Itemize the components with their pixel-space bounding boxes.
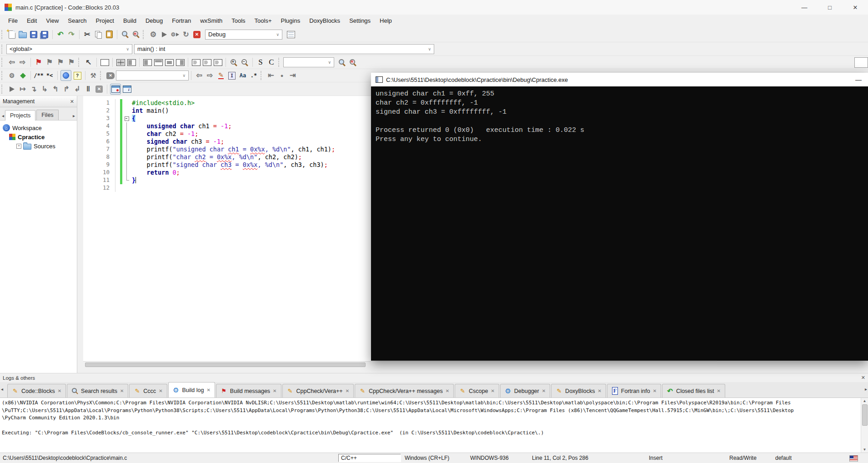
show-log-window-button[interactable] xyxy=(286,30,296,40)
line-number[interactable]: 4 xyxy=(83,122,115,130)
search-term-select[interactable]: ∨ xyxy=(283,57,334,67)
menu-help[interactable]: Help xyxy=(375,16,396,25)
copy-button[interactable] xyxy=(93,30,103,40)
align-left-button[interactable] xyxy=(142,57,152,67)
build-log-content[interactable]: (x86)\NVIDIA Corporation\PhysX\Common;C:… xyxy=(0,398,868,453)
tab-close-icon[interactable]: ✕ xyxy=(491,388,494,393)
scroll-up-icon[interactable]: ▲ xyxy=(861,399,868,403)
shrink-button[interactable] xyxy=(213,57,223,67)
tree-item-sources[interactable]: + Sources xyxy=(16,141,77,151)
tab-close-icon[interactable]: ✕ xyxy=(159,388,162,393)
logs-tab-build-log[interactable]: Build log✕ xyxy=(168,382,215,398)
search-next-button[interactable]: ⇨ xyxy=(205,70,215,81)
step-out-button[interactable]: ↰ xyxy=(50,84,60,94)
line-number[interactable]: 1 xyxy=(83,99,115,107)
menu-fortran[interactable]: Fortran xyxy=(167,16,196,25)
line-number[interactable]: 8 xyxy=(83,153,115,161)
clear-bookmarks-button[interactable]: ⚑ xyxy=(66,57,76,67)
pointer-tool-button[interactable]: ↖ xyxy=(84,57,94,67)
expand-both-button[interactable] xyxy=(202,57,212,67)
menu-project[interactable]: Project xyxy=(91,16,119,25)
toolbar-overflow-field[interactable] xyxy=(854,57,868,68)
doxy-config-button[interactable]: ⚒ xyxy=(88,70,98,81)
menu-tools[interactable]: Tools xyxy=(227,16,250,25)
run-chm-button[interactable]: ? xyxy=(72,70,82,81)
tab-scroll-left-icon[interactable]: ◂ xyxy=(1,111,5,120)
goto-last-button[interactable]: ⇥ xyxy=(288,70,298,81)
step-into-instruction-button[interactable]: ↲ xyxy=(72,84,82,94)
tab-scroll-left-icon[interactable]: ◂ xyxy=(1,387,3,392)
logs-tab-cscope[interactable]: Cscope✕ xyxy=(455,384,499,398)
incremental-search-select[interactable]: ∨ xyxy=(116,70,189,81)
menu-settings[interactable]: Settings xyxy=(345,16,375,25)
align-right-button[interactable] xyxy=(175,57,185,67)
logs-vertical-scrollbar[interactable]: ▲ ▼ xyxy=(861,398,868,453)
debugging-windows-button[interactable] xyxy=(110,84,121,95)
logs-tab-cppcheck-vera-messages[interactable]: CppCheck/Vera++ messages✕ xyxy=(355,384,454,398)
doxy-export-button[interactable] xyxy=(18,70,28,81)
panel-tool-button[interactable] xyxy=(100,57,110,67)
logs-tab-search-results[interactable]: Search results✕ xyxy=(67,384,128,398)
zoom-out-button[interactable] xyxy=(240,57,250,67)
align-top-button[interactable] xyxy=(153,57,163,67)
menu-debug[interactable]: Debug xyxy=(141,16,167,25)
logs-tab-doxyblocks[interactable]: DoxyBlocks✕ xyxy=(551,384,606,398)
tab-close-icon[interactable]: ✕ xyxy=(446,388,449,393)
search-in-files-button[interactable] xyxy=(337,57,347,67)
menu-build[interactable]: Build xyxy=(119,16,141,25)
menu-tools[interactable]: Tools+ xyxy=(250,16,276,25)
close-button[interactable]: ✕ xyxy=(843,0,868,15)
tab-close-icon[interactable]: ✕ xyxy=(206,388,210,393)
show-containers-button[interactable]: C xyxy=(266,57,276,67)
tree-item-workspace[interactable]: ⌂ Workspace xyxy=(3,123,77,132)
toggle-bookmark-button[interactable]: ⚑ xyxy=(34,57,44,67)
line-number[interactable]: 9 xyxy=(83,161,115,169)
line-number[interactable]: 12 xyxy=(83,184,115,192)
tab-files[interactable]: Files xyxy=(36,110,58,120)
line-comment-button[interactable]: *< xyxy=(45,70,55,81)
debug-pause-button[interactable]: ‖ xyxy=(83,84,93,94)
rebuild-button[interactable]: ↻ xyxy=(181,30,191,40)
scrollbar-thumb[interactable] xyxy=(862,404,868,426)
run-to-cursor-button[interactable]: ↦ xyxy=(18,84,28,94)
build-target-select[interactable]: Debug ∨ xyxy=(205,30,282,40)
nav-forward-button[interactable]: ⇨ xyxy=(18,57,28,67)
block-comment-button[interactable]: /** xyxy=(34,70,44,81)
search-prev-button[interactable]: ⇦ xyxy=(194,70,204,81)
step-into-button[interactable]: ↳ xyxy=(40,84,50,94)
open-file-button[interactable] xyxy=(18,30,28,40)
keyboard-language-flag-icon[interactable] xyxy=(849,455,858,462)
tab-close-icon[interactable]: ✕ xyxy=(346,388,349,393)
next-instruction-button[interactable]: ↱ xyxy=(61,84,71,94)
menu-file[interactable]: File xyxy=(4,16,22,25)
logs-tab-closed-files-list[interactable]: Closed files list✕ xyxy=(662,384,725,398)
tab-projects[interactable]: Projects xyxy=(5,110,35,121)
tab-close-icon[interactable]: ✕ xyxy=(273,388,276,393)
build-button[interactable]: ⚙ xyxy=(148,30,158,40)
console-output[interactable]: unsigned char ch1 = 0xff, 255char ch2 = … xyxy=(371,86,868,361)
align-center-button[interactable] xyxy=(164,57,174,67)
expand-horizontal-button[interactable] xyxy=(191,57,201,67)
menu-wxsmith[interactable]: wxSmith xyxy=(196,16,227,25)
split-window-button[interactable] xyxy=(115,57,125,67)
debug-stop-button[interactable]: ✕ xyxy=(94,84,104,94)
logs-tab-debugger[interactable]: Debugger✕ xyxy=(500,384,550,398)
regex-button[interactable]: .* xyxy=(249,70,259,81)
build-and-run-button[interactable]: ⚙ xyxy=(170,30,180,40)
tree-item-project[interactable]: Cpractice xyxy=(9,132,77,141)
run-html-button[interactable] xyxy=(60,70,71,81)
save-button[interactable] xyxy=(29,30,39,40)
scope-select[interactable]: <global> ∨ xyxy=(6,44,132,54)
menu-edit[interactable]: Edit xyxy=(22,16,41,25)
maximize-button[interactable]: □ xyxy=(817,0,843,15)
replace-in-files-button[interactable] xyxy=(348,57,358,67)
logs-tab-build-messages[interactable]: Build messages✕ xyxy=(216,384,281,398)
paste-button[interactable] xyxy=(104,30,114,40)
menu-view[interactable]: View xyxy=(41,16,63,25)
tab-close-icon[interactable]: ✕ xyxy=(58,388,61,393)
line-number[interactable]: 7 xyxy=(83,146,115,153)
tab-close-icon[interactable]: ✕ xyxy=(653,388,657,393)
abort-build-button[interactable]: ✕ xyxy=(192,30,202,40)
minimize-button[interactable]: — xyxy=(792,0,817,15)
logs-tab-fortran-info[interactable]: Fortran info✕ xyxy=(607,384,661,398)
